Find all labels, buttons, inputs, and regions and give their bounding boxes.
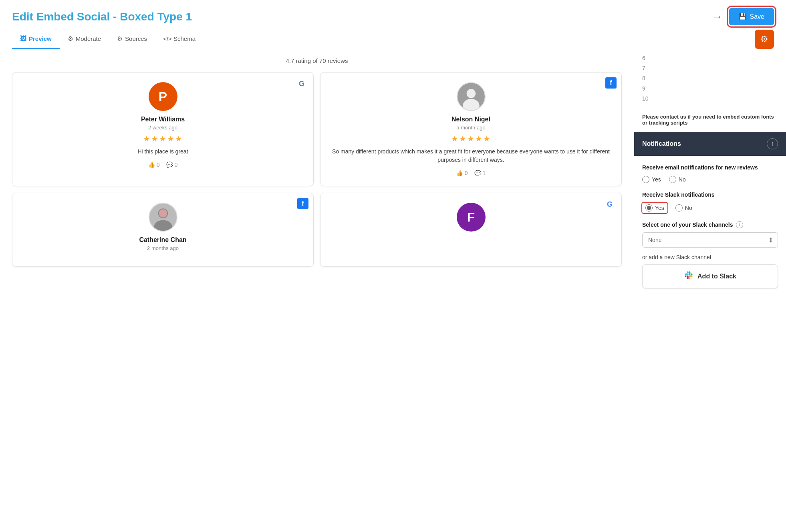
comment-count: 💬 0 xyxy=(166,161,178,168)
slack-channel-section: Select one of your Slack channels i None… xyxy=(642,221,778,288)
gear-icon: ⚙ xyxy=(760,34,768,44)
svg-text:G: G xyxy=(299,80,304,88)
review-text: Hi this place is great xyxy=(20,147,305,156)
right-sidebar: 6 7 8 9 10 Please contact us if you need… xyxy=(634,49,786,532)
channel-select-wrapper: None xyxy=(642,232,778,248)
svg-point-2 xyxy=(466,89,476,98)
slack-notif-radio-group: Yes No xyxy=(642,203,778,213)
reviewer-name: Nelson Nigel xyxy=(329,116,613,123)
moderate-icon: ⚙ xyxy=(68,35,73,42)
svg-point-7 xyxy=(159,209,167,218)
tab-preview[interactable]: 🖼 Preview xyxy=(12,30,60,49)
review-time: a month ago xyxy=(329,125,613,131)
email-notif-yes-radio[interactable] xyxy=(642,176,649,183)
number-list: 6 7 8 9 10 xyxy=(634,49,786,108)
notifications-body: Receive email notifications for new revi… xyxy=(634,156,786,296)
notifications-toggle-button[interactable]: ↑ xyxy=(767,138,778,149)
google-badge: G xyxy=(605,198,617,209)
settings-button[interactable]: ⚙ xyxy=(755,30,774,49)
save-arrow-indicator: → xyxy=(711,10,723,23)
facebook-badge: f xyxy=(297,198,308,209)
review-actions: 👍 0 💬 0 xyxy=(20,161,305,168)
avatar: P xyxy=(149,82,177,111)
review-card: G P Peter Williams 2 weeks ago ★★★★★ Hi … xyxy=(12,72,314,186)
like-count: 👍 0 xyxy=(148,161,160,168)
avatar xyxy=(457,82,486,111)
add-to-slack-button[interactable]: Add to Slack xyxy=(642,264,778,288)
email-notif-no-radio[interactable] xyxy=(669,176,676,183)
channel-select[interactable]: None xyxy=(642,232,778,248)
add-channel-label: or add a new Slack channel xyxy=(642,254,778,260)
like-count: 👍 0 xyxy=(456,170,468,176)
tab-bar: 🖼 Preview ⚙ Moderate ⚙ Sources </> Schem… xyxy=(0,29,786,49)
slack-notif-no-radio[interactable] xyxy=(675,204,683,212)
page-title: Edit Embed Social - Boxed Type 1 xyxy=(12,10,192,23)
rating-summary: 4.7 rating of 70 reviews xyxy=(12,57,622,64)
comment-count: 💬 1 xyxy=(474,170,486,176)
reviewer-name: Catherine Chan xyxy=(20,236,305,244)
slack-icon xyxy=(684,270,693,282)
email-notif-yes-option[interactable]: Yes xyxy=(642,176,661,183)
star-rating: ★★★★★ xyxy=(329,134,613,143)
slack-notif-yes-radio[interactable] xyxy=(645,204,653,212)
notifications-section-header: Notifications ↑ xyxy=(634,132,786,156)
avatar xyxy=(149,203,177,232)
slack-notif-yes-option[interactable]: Yes xyxy=(642,203,667,213)
review-time: 2 weeks ago xyxy=(20,125,305,131)
review-card: f Nelson Nigel a month ago ★★★★★ So many… xyxy=(320,72,622,186)
review-grid: G P Peter Williams 2 weeks ago ★★★★★ Hi … xyxy=(12,72,622,267)
review-actions: 👍 0 💬 1 xyxy=(329,170,613,176)
email-notif-no-option[interactable]: No xyxy=(669,176,686,183)
review-text: So many different products which makes i… xyxy=(329,147,613,164)
svg-text:G: G xyxy=(607,200,613,208)
avatar: F xyxy=(457,203,486,232)
email-notif-radio-group: Yes No xyxy=(642,176,778,183)
review-card: f Catherine Chan 2 months ago xyxy=(12,193,314,267)
info-icon[interactable]: i xyxy=(736,221,743,228)
save-button[interactable]: 💾 Save xyxy=(729,8,774,25)
facebook-badge: f xyxy=(605,77,617,89)
reviewer-name: Peter Williams xyxy=(20,116,305,123)
sources-icon: ⚙ xyxy=(117,35,123,42)
slack-notifications-section: Receive Slack notifications Yes No xyxy=(642,191,778,214)
slack-notif-no-option[interactable]: No xyxy=(675,204,692,212)
star-rating: ★★★★★ xyxy=(20,134,305,143)
save-disk-icon: 💾 xyxy=(739,13,747,20)
google-badge: G xyxy=(297,77,308,89)
slack-channel-label-row: Select one of your Slack channels i xyxy=(642,221,778,228)
tab-schema[interactable]: </> Schema xyxy=(155,30,204,49)
email-notifications-section: Receive email notifications for new revi… xyxy=(642,164,778,183)
review-time: 2 months ago xyxy=(20,245,305,251)
font-notice: Please contact us if you need to embed c… xyxy=(634,108,786,132)
tab-sources[interactable]: ⚙ Sources xyxy=(109,29,155,49)
review-card: G F xyxy=(320,193,622,267)
preview-icon: 🖼 xyxy=(20,35,26,42)
tab-moderate[interactable]: ⚙ Moderate xyxy=(60,29,109,49)
